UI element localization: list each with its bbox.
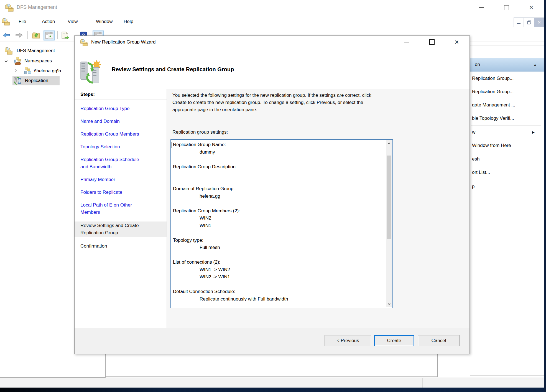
new-replication-group-wizard: New Replication Group Wizard ✕ Review Se… <box>74 35 470 354</box>
pane-divider <box>470 45 544 45</box>
action-delegate-management[interactable]: gate Management ... <box>472 98 541 112</box>
settings-line: Full mesh <box>173 244 384 251</box>
show-console-tree-button[interactable] <box>44 30 55 40</box>
up-one-level-button[interactable] <box>31 30 41 40</box>
settings-line: Default Connection Schedule: <box>173 288 384 296</box>
export-list-button[interactable] <box>60 30 70 40</box>
tree-item-namespaces[interactable]: Namespaces <box>24 58 52 64</box>
chevron-down-icon[interactable] <box>4 59 8 63</box>
step-schedule-and-bandwidth[interactable]: Replication Group Schedule and Bandwidth <box>75 156 167 170</box>
mdi-minimize-icon <box>517 23 521 24</box>
step-replication-group-members[interactable]: Replication Group Members <box>75 131 167 138</box>
settings-line <box>173 200 384 207</box>
action-refresh[interactable]: esh <box>472 152 541 166</box>
settings-summary-box[interactable]: Replication Group Name: dummy Replicatio… <box>170 139 393 308</box>
close-icon: ✕ <box>455 39 459 45</box>
mdi-close-button[interactable]: ✕ <box>534 17 544 27</box>
status-bar <box>0 378 544 388</box>
settings-line: Domain of Replication Group: <box>173 185 384 193</box>
settings-line: List of connections (2): <box>173 259 384 266</box>
mdi-restore-button[interactable] <box>524 17 534 27</box>
replication-servers-icon <box>80 60 102 85</box>
settings-line: dummy <box>173 149 384 156</box>
settings-line <box>173 251 384 259</box>
forward-button[interactable] <box>14 30 24 40</box>
settings-line <box>173 178 384 185</box>
menu-view[interactable]: View <box>68 19 78 24</box>
screen-right-edge <box>544 0 546 392</box>
settings-line: WIN2 <box>173 215 384 222</box>
step-replication-group-type[interactable]: Replication Group Type <box>75 105 167 112</box>
action-view[interactable]: w▶ <box>472 126 541 139</box>
menu-action[interactable]: Action <box>42 19 55 24</box>
settings-line: Topology type: <box>173 237 384 244</box>
wizard-page-title: Review Settings and Create Replication G… <box>112 66 234 73</box>
step-folders-to-replicate[interactable]: Folders to Replicate <box>75 189 167 196</box>
back-arrow-icon <box>2 32 10 39</box>
scrollbar-thumb[interactable] <box>387 156 391 239</box>
minimize-button[interactable] <box>473 0 490 15</box>
mdi-minimize-button[interactable] <box>514 17 524 27</box>
settings-text: Replication Group Name: dummy Replicatio… <box>173 141 384 303</box>
tree-item-namespace-helena[interactable]: \\helena.gg\h <box>34 68 61 74</box>
screen: DFS Management ✕ File Action View Window… <box>0 0 546 392</box>
forward-arrow-icon <box>15 32 23 39</box>
minimize-icon <box>404 42 409 42</box>
export-list-icon <box>61 31 69 39</box>
action-new-window-from-here[interactable]: Window from Here <box>472 139 541 152</box>
text-caret <box>172 142 172 148</box>
toolbar-separator <box>73 31 73 39</box>
step-local-path-other-members[interactable]: Local Path of E on Other Members <box>75 202 167 216</box>
namespaces-icon <box>13 57 22 65</box>
maximize-button[interactable] <box>498 0 515 15</box>
actions-header-label: on <box>475 62 480 67</box>
wizard-close-button[interactable]: ✕ <box>448 36 465 48</box>
step-confirmation: Confirmation <box>75 243 167 250</box>
scroll-down-button[interactable] <box>386 301 392 307</box>
back-button[interactable] <box>1 30 12 40</box>
chevron-right-icon[interactable] <box>14 69 18 73</box>
action-add-replication-group[interactable]: Replication Group... <box>472 85 541 98</box>
pane-border <box>106 376 438 377</box>
menu-file[interactable]: File <box>19 19 26 24</box>
step-name-and-domain[interactable]: Name and Domain <box>75 118 167 125</box>
up-folder-icon <box>32 31 40 39</box>
step-topology-selection[interactable]: Topology Selection <box>75 143 167 151</box>
mdi-restore-icon <box>527 21 531 24</box>
tree-item-replication[interactable]: Replication <box>25 78 48 83</box>
wizard-maximize-button[interactable] <box>423 36 440 48</box>
steps-rule <box>75 100 167 100</box>
wizard-minimize-button[interactable] <box>398 36 415 48</box>
settings-line: Replication Group Description: <box>173 163 384 171</box>
tree-item-dfs-management[interactable]: DFS Management <box>17 48 55 54</box>
close-button[interactable]: ✕ <box>523 0 540 15</box>
scroll-down-icon <box>387 302 391 306</box>
scrollbar[interactable] <box>386 140 392 307</box>
app-title: DFS Management <box>17 4 57 10</box>
namespace-icon <box>23 66 32 75</box>
step-review-settings-current: Review Settings and Create Replication G… <box>75 222 167 237</box>
pane-border <box>437 354 438 377</box>
scroll-up-button[interactable] <box>386 140 392 147</box>
action-disable-topology-verification[interactable]: ble Topology Verifi... <box>472 112 541 125</box>
mdi-close-icon: ✕ <box>537 20 541 25</box>
app-icon <box>5 3 14 12</box>
pane-border <box>105 354 106 377</box>
minimize-icon <box>479 7 484 8</box>
menu-help[interactable]: Help <box>124 19 133 24</box>
replication-icon <box>13 76 22 85</box>
action-help[interactable]: p <box>472 180 541 193</box>
previous-button[interactable]: < Previous <box>325 335 371 346</box>
menu-window[interactable]: Window <box>96 19 113 24</box>
action-new-replication-group[interactable]: Replication Group... <box>472 72 541 85</box>
cancel-button[interactable]: Cancel <box>418 335 460 346</box>
create-button[interactable]: Create <box>374 335 414 346</box>
actions-pane-header[interactable]: on ▲ <box>470 58 544 72</box>
settings-line: WIN1 <box>173 222 384 230</box>
settings-line <box>173 170 384 178</box>
action-export-list[interactable]: ort List... <box>472 166 541 179</box>
collapse-icon[interactable]: ▲ <box>534 63 537 66</box>
step-primary-member[interactable]: Primary Member <box>75 176 167 183</box>
console-app-icon <box>2 17 10 26</box>
close-icon: ✕ <box>529 5 534 10</box>
